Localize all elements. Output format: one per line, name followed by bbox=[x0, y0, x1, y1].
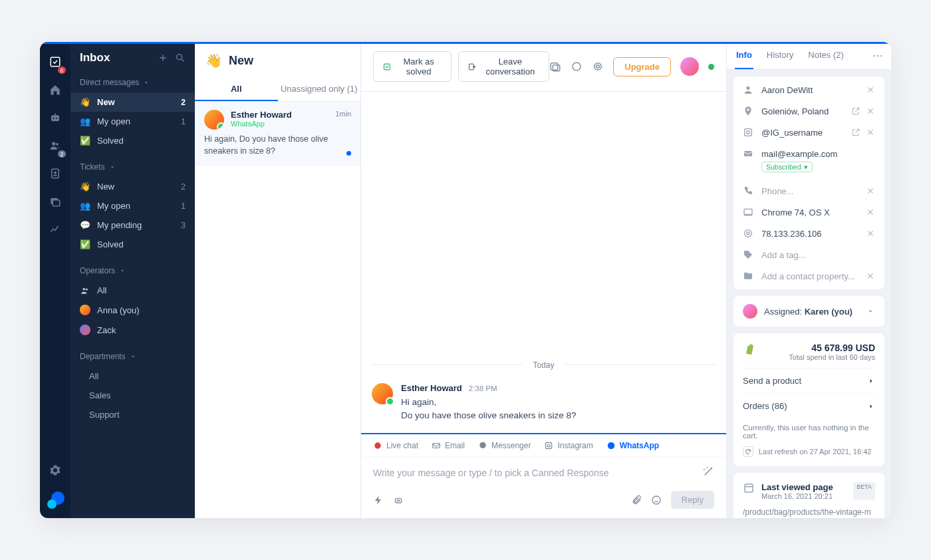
sidebar-item-dm-solved[interactable]: ✅Solved bbox=[70, 131, 195, 150]
property-input[interactable]: Add a contact property... bbox=[761, 271, 858, 281]
section-direct-messages[interactable]: Direct messages bbox=[70, 72, 195, 92]
notification-badge: 6 bbox=[57, 66, 66, 74]
sidebar-item-op-zack[interactable]: Zack bbox=[70, 320, 195, 340]
tab-info[interactable]: Info bbox=[735, 42, 753, 69]
channel-tab-email[interactable]: Email bbox=[432, 441, 465, 450]
contact-name[interactable]: Aaron DeWitt bbox=[761, 85, 858, 95]
channel-tab-instagram[interactable]: Instagram bbox=[544, 441, 593, 450]
flash-icon[interactable] bbox=[373, 495, 384, 505]
tab-history[interactable]: History bbox=[765, 42, 795, 69]
analytics-icon[interactable] bbox=[45, 219, 66, 240]
conv-preview: Hi again, Do you have those olive sneake… bbox=[204, 134, 351, 157]
conv-name: Esther Howard bbox=[231, 110, 292, 120]
sidebar-item-op-anna[interactable]: Anna (you) bbox=[70, 300, 195, 320]
sidebar-item-dept-sales[interactable]: Sales bbox=[70, 386, 195, 405]
svg-point-28 bbox=[397, 500, 398, 501]
tab-all[interactable]: All bbox=[195, 78, 278, 101]
svg-point-19 bbox=[597, 65, 600, 69]
assigned-card[interactable]: Assigned: Karen (you) bbox=[733, 296, 884, 327]
sidebar-item-tk-solved[interactable]: ✅Solved bbox=[70, 235, 195, 254]
sidebar-item-dept-support[interactable]: Support bbox=[70, 405, 195, 424]
channel-tab-whatsapp[interactable]: WhatsApp bbox=[606, 441, 659, 450]
section-departments[interactable]: Departments bbox=[70, 347, 195, 366]
page-icon bbox=[743, 482, 755, 494]
bot-reply-icon[interactable] bbox=[393, 495, 404, 505]
svg-rect-4 bbox=[55, 113, 56, 115]
sidebar-item-dm-new[interactable]: 👋New2 bbox=[70, 92, 195, 112]
svg-rect-38 bbox=[745, 484, 753, 492]
channel-tab-livechat[interactable]: Live chat bbox=[373, 441, 418, 450]
channel-tab-messenger[interactable]: Messenger bbox=[478, 441, 531, 450]
sync-icon[interactable] bbox=[571, 61, 583, 72]
contact-instagram[interactable]: @IG_username bbox=[761, 128, 843, 138]
svg-point-5 bbox=[52, 142, 55, 145]
main-pane: Mark as solved Leave conversation Upgrad… bbox=[361, 42, 726, 518]
conv-time: 1min bbox=[335, 110, 351, 118]
phone-icon bbox=[743, 186, 753, 196]
attachment-icon[interactable] bbox=[631, 495, 642, 505]
lv-url[interactable]: /product/bag/products/the-vintage-messen… bbox=[743, 507, 875, 518]
tab-unassigned[interactable]: Unassigned only (1) bbox=[278, 78, 361, 101]
upgrade-button[interactable]: Upgrade bbox=[613, 57, 671, 76]
tag-icon bbox=[743, 249, 753, 260]
chevron-right-icon bbox=[867, 377, 875, 385]
phone-input[interactable]: Phone... bbox=[761, 186, 858, 196]
more-icon[interactable]: ⋯ bbox=[872, 49, 883, 62]
sidebar-item-dept-all[interactable]: All bbox=[70, 366, 195, 386]
contact-email[interactable]: mail@example.com bbox=[761, 149, 875, 159]
leave-conversation-button[interactable]: Leave conversation bbox=[458, 51, 550, 82]
close-icon[interactable] bbox=[866, 208, 875, 217]
contact-info-card: Aaron DeWitt Goleniów, Poland @IG_userna… bbox=[733, 76, 884, 289]
broadcast-icon[interactable] bbox=[592, 61, 604, 72]
message-input[interactable] bbox=[373, 468, 702, 478]
external-link-icon[interactable] bbox=[851, 106, 861, 116]
contact-browser: Chrome 74, OS X bbox=[761, 208, 858, 217]
location-icon bbox=[743, 106, 753, 116]
mark-solved-button[interactable]: Mark as solved bbox=[373, 51, 452, 82]
campaigns-icon[interactable] bbox=[45, 191, 66, 212]
svg-point-30 bbox=[652, 496, 660, 504]
tab-notes[interactable]: Notes (2) bbox=[807, 42, 845, 69]
section-operators[interactable]: Operators bbox=[70, 261, 195, 281]
people-icon[interactable]: 2 bbox=[45, 135, 66, 156]
close-icon[interactable] bbox=[866, 229, 875, 238]
conversation-item[interactable]: Esther Howard WhatsApp 1min Hi again, Do… bbox=[195, 102, 360, 166]
reply-button[interactable]: Reply bbox=[671, 491, 714, 509]
section-tickets[interactable]: Tickets bbox=[70, 157, 195, 177]
user-avatar[interactable] bbox=[680, 57, 699, 76]
home-icon[interactable] bbox=[45, 79, 66, 100]
news-icon[interactable] bbox=[549, 61, 561, 72]
magic-wand-icon[interactable] bbox=[702, 466, 714, 480]
close-icon[interactable] bbox=[866, 271, 875, 281]
close-icon[interactable] bbox=[866, 128, 875, 137]
contact-location[interactable]: Goleniów, Poland bbox=[761, 106, 843, 116]
send-product-button[interactable]: Send a product bbox=[743, 368, 875, 393]
sidebar-item-tk-myopen[interactable]: 👥My open1 bbox=[70, 196, 195, 215]
emoji-icon[interactable] bbox=[651, 495, 662, 505]
contacts-icon[interactable] bbox=[45, 163, 66, 184]
search-icon[interactable] bbox=[175, 53, 186, 63]
sidebar-item-dm-myopen[interactable]: 👥My open1 bbox=[70, 112, 195, 131]
message-author: Esther Howard bbox=[401, 383, 462, 393]
chat-widget-icon[interactable] bbox=[46, 491, 65, 510]
subscribed-badge[interactable]: Subscribed ▾ bbox=[761, 162, 813, 172]
last-viewed-card: Last viewed page March 16, 2021 20:21 BE… bbox=[733, 473, 884, 518]
app-logo-icon[interactable]: 6 bbox=[45, 51, 66, 72]
svg-point-12 bbox=[83, 287, 86, 290]
tag-input[interactable]: Add a tag... bbox=[761, 250, 875, 260]
bot-icon[interactable] bbox=[45, 107, 66, 128]
close-icon[interactable] bbox=[866, 186, 875, 196]
sidebar-item-tk-pending[interactable]: 💬My pending3 bbox=[70, 215, 195, 235]
svg-point-31 bbox=[746, 86, 749, 90]
refresh-button[interactable] bbox=[743, 446, 753, 457]
orders-button[interactable]: Orders (86) bbox=[743, 393, 875, 418]
svg-rect-32 bbox=[745, 129, 752, 136]
sidebar-item-tk-new[interactable]: 👋New2 bbox=[70, 177, 195, 196]
add-icon[interactable] bbox=[158, 53, 168, 63]
sidebar-item-op-all[interactable]: All bbox=[70, 281, 195, 300]
external-link-icon[interactable] bbox=[851, 128, 861, 137]
close-icon[interactable] bbox=[866, 106, 875, 116]
close-icon[interactable] bbox=[866, 85, 875, 94]
svg-point-8 bbox=[54, 172, 57, 174]
settings-icon[interactable] bbox=[45, 460, 66, 481]
